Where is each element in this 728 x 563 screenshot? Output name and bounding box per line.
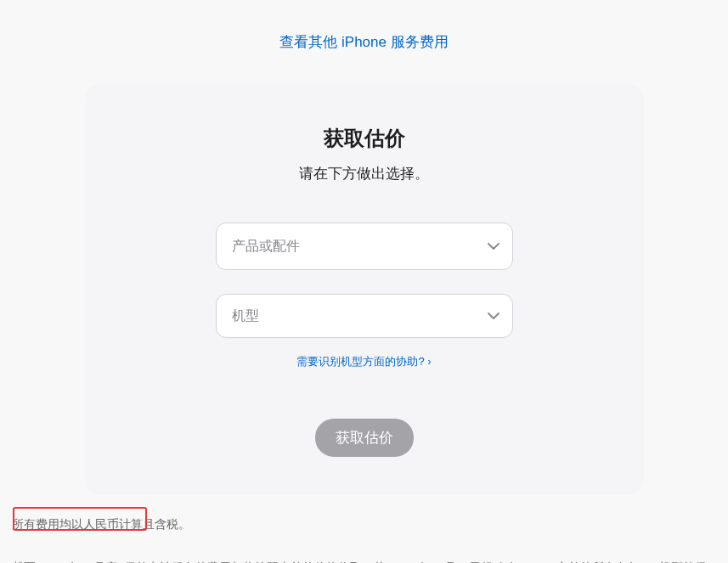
card-subtitle: 请在下方做出选择。	[119, 164, 610, 183]
footer-text: 所有费用均以人民币计算且含税。 截至 2023 年 2 月底, 保外电池服务的费…	[0, 494, 728, 563]
estimate-card: 获取估价 请在下方做出选择。 产品或配件 机型 需要识别机型方面的协助? › 获…	[85, 84, 644, 494]
submit-row: 获取估价	[119, 419, 610, 457]
identify-model-help-link[interactable]: 需要识别机型方面的协助? ›	[296, 354, 431, 369]
model-select-wrapper: 机型	[216, 294, 513, 338]
top-link-container: 查看其他 iPhone 服务费用	[0, 0, 728, 69]
product-select-wrapper: 产品或配件	[216, 222, 513, 270]
product-select-placeholder: 产品或配件	[232, 238, 300, 256]
product-select[interactable]: 产品或配件	[216, 222, 513, 270]
footer-tax-note: 所有费用均以人民币计算且含税。	[12, 513, 716, 536]
model-select[interactable]: 机型	[216, 294, 513, 338]
footer-price-change-note: 截至 2023 年 2 月底, 保外电池服务的费用都将按照当前的价格收取。从 2…	[12, 556, 716, 563]
chevron-right-icon: ›	[428, 356, 432, 368]
card-title: 获取估价	[119, 125, 610, 152]
other-services-link[interactable]: 查看其他 iPhone 服务费用	[279, 34, 448, 50]
help-link-text: 需要识别机型方面的协助?	[296, 354, 424, 369]
model-select-placeholder: 机型	[232, 307, 259, 325]
get-estimate-button[interactable]: 获取估价	[315, 419, 414, 457]
